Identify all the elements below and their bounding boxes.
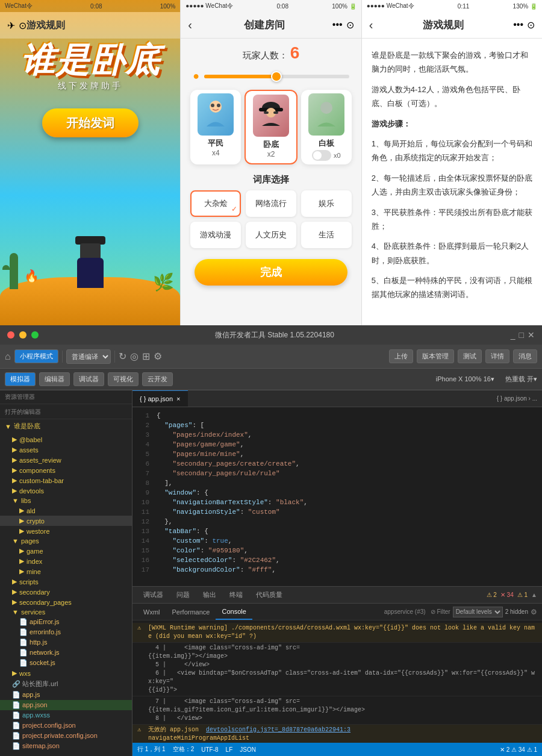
tree-item-ald[interactable]: ▶ ald (0, 505, 132, 516)
tree-item-secondary[interactable]: ▶ secondary (0, 587, 132, 597)
tree-item-game[interactable]: ▶ game (0, 546, 132, 556)
toolbar-settings-icon[interactable]: ⚙ (154, 351, 162, 362)
tree-item-network[interactable]: 📄 network.js (0, 648, 132, 658)
inner-tab-console[interactable]: Console (216, 604, 252, 620)
screen2-back-button[interactable]: ‹ (188, 18, 192, 32)
tree-item-scripts[interactable]: ▶ scripts (0, 576, 132, 587)
filter-icon[interactable]: ⊘ Filter (431, 608, 450, 615)
role-blank-toggle[interactable] (312, 150, 331, 161)
console-tab-output[interactable]: 输出 (197, 587, 222, 603)
tree-item-libs[interactable]: ▼ libs (0, 496, 132, 505)
code-editor[interactable]: 1{ 2 "pages": [ 3 "pages/index/index", 4… (132, 407, 542, 586)
link-3[interactable]: devtoolsconfig.js?t=_8d8787e0a6ab22941:3 (206, 726, 350, 733)
inner-tab-wxml[interactable]: Wxml (137, 604, 166, 620)
close-button[interactable]: ✕ (528, 330, 535, 340)
maximize-traffic-light[interactable] (31, 331, 39, 339)
word-item-3[interactable]: 游戏动漫 (190, 222, 241, 248)
breadcrumb-text: { } app.json › ... (497, 395, 537, 402)
tab-cloud[interactable]: 云开发 (142, 372, 173, 386)
screen1-nav-icon2[interactable]: ⊙ (19, 20, 26, 31)
console-tab-terminal[interactable]: 终端 (223, 587, 249, 603)
tree-item-wxs[interactable]: ▶ wxs (0, 668, 132, 678)
tree-item-components[interactable]: ▶ components (0, 465, 132, 475)
tree-item-sitemap[interactable]: 📄 sitemap.json (0, 741, 132, 751)
tree-item-appwxss[interactable]: 📄 app.wxss (0, 710, 132, 720)
role-card-civilian[interactable]: 平民 x4 (190, 90, 241, 164)
toolbar-mode-btn[interactable]: 小程序模式 (14, 349, 58, 363)
screen3-menu-icon[interactable]: ••• (513, 19, 523, 31)
console-tab-problems[interactable]: 问题 (170, 587, 196, 603)
word-item-5[interactable]: 生活 (301, 222, 352, 248)
console-settings-icon[interactable]: ⚙ (531, 608, 537, 616)
console-msg-0: ⚠ [WXML Runtime warning] ./components/cr… (132, 623, 542, 643)
screen2-camera-icon[interactable]: ⊙ (346, 19, 354, 31)
collapse-icon[interactable]: ▲ (531, 592, 537, 598)
close-traffic-light[interactable] (7, 331, 14, 339)
tree-item-services[interactable]: ▼ services (0, 607, 132, 617)
tree-item-appjson[interactable]: 📄 app.json (0, 700, 132, 710)
toolbar-compile-select[interactable]: 普通编译 (66, 349, 111, 364)
role-card-blank[interactable]: 白板 x0 (301, 90, 352, 164)
tree-item-socket[interactable]: 📄 socket.js (0, 658, 132, 668)
screen1-start-button[interactable]: 开始发词 (42, 108, 139, 137)
tree-item-projectprivate[interactable]: 📄 project.private.config.json (0, 731, 132, 741)
toolbar-home-icon[interactable]: ⌂ (5, 351, 11, 362)
tab-simulator[interactable]: 模拟器 (5, 372, 36, 386)
toolbar-preview-icon[interactable]: ◎ (130, 351, 139, 362)
tree-item-secondary-pages[interactable]: ▶ secondary_pages (0, 597, 132, 607)
editor-tab-close[interactable]: × (176, 395, 180, 402)
role-card-spy[interactable]: 卧底 x2 (245, 90, 297, 164)
maximize-button[interactable]: □ (519, 330, 524, 340)
word-item-1[interactable]: 网络流行 (246, 190, 296, 217)
tree-item-projectconfig[interactable]: 📄 project.config.json (0, 720, 132, 731)
level-select[interactable]: Default levels (453, 607, 503, 617)
tree-item-appjs[interactable]: 📄 app.js (0, 690, 132, 700)
role-blank-count-label: x0 (334, 152, 341, 159)
screen1-nav-icon1[interactable]: ✈ (7, 20, 15, 31)
toolbar-version-btn[interactable]: 版本管理 (417, 349, 454, 363)
toolbar-qr-icon[interactable]: ⊞ (142, 351, 150, 362)
screen2-menu-icon[interactable]: ••• (332, 19, 343, 31)
code-line-4: 4 "pages/game/game", (132, 441, 542, 451)
tree-item-http[interactable]: 📄 http.js (0, 637, 132, 648)
toolbar-msg-btn[interactable]: 消息 (513, 349, 537, 363)
screen3-camera-icon[interactable]: ⊙ (527, 19, 535, 31)
tree-item-errorinfo[interactable]: 📄 errorinfo.js (0, 627, 132, 637)
tab-debugger[interactable]: 调试器 (73, 372, 104, 386)
tree-item-crypto[interactable]: ▶ crypto (0, 516, 132, 526)
tree-item-index[interactable]: ▶ index (0, 556, 132, 566)
toolbar-test-btn[interactable]: 测试 (458, 349, 482, 363)
screen2-done-button[interactable]: 完成 (195, 259, 347, 286)
tree-item-pages[interactable]: ▼ pages (0, 536, 132, 546)
minimize-button[interactable]: _ (511, 330, 516, 340)
console-tab-debugger[interactable]: 调试器 (137, 587, 169, 603)
tree-item-url[interactable]: 🔗 站长图库.url (0, 678, 132, 690)
tree-item-custom-tab[interactable]: ▶ custom-tab-bar (0, 475, 132, 486)
tree-item-westore[interactable]: ▶ westore (0, 526, 132, 536)
word-item-4[interactable]: 人文历史 (246, 222, 296, 248)
word-item-0[interactable]: 大杂烩 ✓ (190, 190, 241, 217)
console-msg-1: 4 | <image class="cross-ad-img" src= {{i… (132, 643, 542, 696)
toolbar-detail-btn[interactable]: 详情 (485, 349, 509, 363)
device-label: iPhone X 100% 16▾ (436, 375, 494, 383)
screen3-back-button[interactable]: ‹ (369, 18, 373, 32)
editor-tab-appjson[interactable]: { } app.json × (132, 390, 188, 407)
tree-project-root[interactable]: ▼ 谁是卧底 (0, 420, 132, 432)
tree-item-apierror[interactable]: 📄 apiError.js (0, 617, 132, 627)
editor-tab-label: { } app.json (140, 395, 173, 402)
tab-editor[interactable]: 编辑器 (39, 372, 70, 386)
tab-visual[interactable]: 可视化 (108, 372, 139, 386)
toolbar-refresh-icon[interactable]: ↻ (119, 351, 126, 362)
tree-item-assets-review[interactable]: ▶ assets_review (0, 455, 132, 465)
tree-item-mine[interactable]: ▶ mine (0, 566, 132, 576)
minimize-traffic-light[interactable] (19, 331, 26, 339)
inner-tab-performance[interactable]: Performance (166, 604, 216, 620)
word-item-2[interactable]: 娱乐 (301, 190, 352, 217)
role-blank-toggle-row: x0 (305, 150, 348, 161)
tree-item-devtools[interactable]: ▶ devtools (0, 486, 132, 496)
svg-point-1 (211, 104, 214, 107)
tree-item-assets[interactable]: ▶ assets (0, 445, 132, 455)
console-tab-quality[interactable]: 代码质量 (250, 587, 288, 603)
toolbar-upload-btn[interactable]: 上传 (389, 349, 413, 363)
tree-item-babel[interactable]: ▶ @babel (0, 434, 132, 445)
